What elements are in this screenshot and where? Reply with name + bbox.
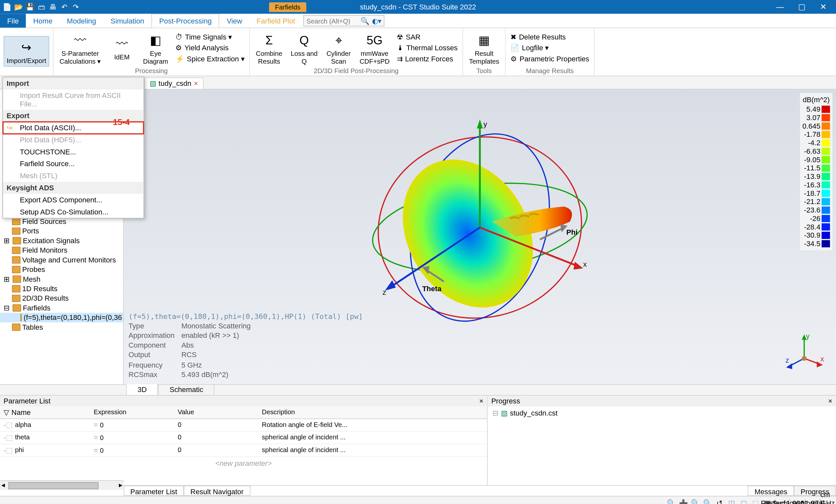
dropdown-item[interactable]: Farfield Source...	[3, 158, 144, 170]
expand-icon[interactable]: ⊞	[4, 275, 11, 283]
expand-icon[interactable]: ⊞	[4, 237, 11, 245]
svg-marker-8	[573, 262, 583, 270]
menu-home[interactable]: Home	[26, 14, 60, 27]
ribbon-spice-extraction-[interactable]: ⚡Spice Extraction ▾	[174, 54, 246, 63]
search-input[interactable]	[306, 17, 361, 24]
tab-parameter-list[interactable]: Parameter List	[124, 486, 184, 496]
tree-item[interactable]: Tables	[0, 323, 123, 332]
ribbon-parametric-properties[interactable]: ⚙Parametric Properties	[510, 54, 590, 63]
param-row[interactable]: -⬚alpha= 00Rotation angle of E-field Ve.…	[0, 419, 487, 432]
zoom-fit-icon[interactable]: 🔍	[666, 498, 676, 504]
menu-farfield-plot[interactable]: Farfield Plot	[249, 14, 302, 27]
folder-icon	[21, 314, 22, 321]
tab-3d[interactable]: 3D	[126, 384, 158, 395]
ribbon: ↪Import/Export〰S-Parameter Calculations …	[0, 28, 836, 76]
ribbon-loss-and[interactable]: QLoss and Q	[288, 30, 320, 66]
menu-view[interactable]: View	[220, 14, 249, 27]
ribbon-combine[interactable]: ΣCombine Results	[253, 30, 285, 66]
close-button[interactable]: ✕	[818, 2, 829, 12]
progress-item[interactable]: ⊟ ▧ study_csdn.cst	[488, 406, 836, 420]
ribbon-time-signals-[interactable]: ⏱Time Signals ▾	[174, 32, 246, 41]
search-box[interactable]: 🔍 ◐▾	[303, 15, 384, 26]
legend-row: -30.9	[802, 231, 830, 239]
document-tab[interactable]: ▧ tudy_csdn ×	[144, 77, 204, 89]
menu-post-processing[interactable]: Post-Processing	[152, 14, 220, 27]
ribbon-small-icon: ⚙	[510, 54, 517, 63]
tab-result-navigator[interactable]: Result Navigator	[184, 486, 250, 496]
tree-item[interactable]: Ports	[0, 226, 123, 236]
filter-icon[interactable]: ▽	[4, 408, 9, 417]
dropdown-item[interactable]: TOUCHSTONE...	[3, 146, 144, 158]
ribbon-result[interactable]: ▦Result Templates	[467, 30, 501, 66]
folder-icon	[13, 237, 21, 244]
menu-modeling[interactable]: Modeling	[60, 14, 103, 27]
ribbon-yield-analysis[interactable]: ⚙Yield Analysis	[174, 43, 246, 52]
ribbon-eye[interactable]: ◧Eye Diagram	[140, 30, 170, 66]
qat-undo-icon[interactable]: ↶	[59, 2, 69, 12]
dropdown-item[interactable]: Export ADS Component...	[3, 194, 144, 206]
zoom-in-icon[interactable]: ➕	[679, 498, 688, 504]
ribbon-sar[interactable]: ☢SAR	[396, 32, 459, 41]
ribbon-icon: 5G	[365, 31, 384, 50]
tree-item[interactable]: 2D/3D Results	[0, 293, 123, 303]
ribbon-idem[interactable]: 〰IdEM	[107, 33, 137, 62]
doc-close-icon[interactable]: ×	[194, 79, 198, 88]
reset-view-icon[interactable]: ↺	[715, 498, 724, 504]
tree-item[interactable]: Voltage and Current Monitors	[0, 255, 123, 265]
legend-row: -18.7	[802, 189, 830, 197]
tab-messages[interactable]: Messages	[748, 486, 794, 496]
tree-item[interactable]: ⊞Mesh	[0, 274, 123, 284]
tree-item[interactable]: Field Monitors	[0, 246, 123, 255]
ribbon-icon: Q	[294, 31, 314, 50]
normal-label: Normal	[808, 498, 817, 504]
view3d[interactable]: y x z Phi Theta (f=5),theta=(0,180,1),ph…	[124, 90, 836, 384]
minimize-button[interactable]: —	[775, 2, 785, 12]
tree-item[interactable]: ⊞Excitation Signals	[0, 236, 123, 246]
dropdown-item[interactable]: Setup ADS Co-Simulation...	[3, 206, 144, 218]
zoom-mode-icon[interactable]: 🔍	[691, 498, 700, 504]
ribbon-thermal-losses[interactable]: 🌡Thermal Losses	[396, 43, 459, 52]
import-export-dropdown[interactable]: ImportImport Result Curve from ASCII Fil…	[2, 77, 144, 218]
param-row[interactable]: -⬚phi= 00spherical angle of incident ...	[0, 444, 487, 457]
tree-item[interactable]: 1D Results	[0, 284, 123, 293]
qat-redo-icon[interactable]: ↷	[71, 2, 80, 12]
perspective-icon[interactable]: ◫	[727, 498, 736, 504]
menu-simulation[interactable]: Simulation	[103, 14, 151, 27]
ribbon-mmwave[interactable]: 5GmmWave CDF+sPD	[357, 30, 392, 66]
axis-gizmo[interactable]: y x z	[783, 331, 825, 373]
progress-panel-close-icon[interactable]: ×	[828, 397, 832, 405]
qat-open-icon[interactable]: 📂	[14, 2, 23, 12]
param-panel-close-icon[interactable]: ×	[479, 397, 483, 405]
qat-print-icon[interactable]: 🖶	[48, 2, 57, 12]
ribbon-lorentz-forces[interactable]: ⇉Lorentz Forces	[396, 54, 459, 63]
titlebar: 📄 📂 💾 🗃 🖶 ↶ ↷ Farfields study_csdn - CST…	[0, 0, 836, 14]
help-dropdown-icon[interactable]: ◐▾	[372, 17, 381, 25]
ribbon-logfile-[interactable]: 📄Logfile ▾	[510, 43, 590, 52]
expand-icon[interactable]: ⊟	[4, 304, 11, 312]
param-row[interactable]: -⬚theta= 00spherical angle of incident .…	[0, 431, 487, 444]
ribbon-s-parameter[interactable]: 〰S-Parameter Calculations ▾	[57, 30, 103, 66]
tree-item[interactable]: (f=5),theta=(0,180,1),phi=(0,36	[0, 313, 123, 322]
qat-saveall-icon[interactable]: 🗃	[37, 2, 46, 12]
zoom-area-icon[interactable]: 🔍	[703, 498, 712, 504]
tree-scrollbar[interactable]: ◂ ▸	[0, 480, 124, 490]
maximize-button[interactable]: ▢	[797, 2, 807, 12]
menu-file[interactable]: File	[0, 14, 26, 27]
scrollbar-thumb[interactable]	[8, 482, 99, 489]
tree-item[interactable]: Probes	[0, 265, 123, 274]
context-tab-farfields[interactable]: Farfields	[269, 2, 306, 12]
search-icon[interactable]: 🔍	[361, 17, 370, 25]
legend-row: -34.5	[802, 239, 830, 248]
ribbon-import-export[interactable]: ↪Import/Export	[4, 36, 49, 66]
ribbon-icon: ↪	[17, 38, 36, 57]
ribbon-cylinder[interactable]: ⌖Cylinder Scan	[324, 30, 354, 66]
tab-schematic[interactable]: Schematic	[158, 384, 214, 395]
cube-icon[interactable]: ⬚	[751, 498, 760, 504]
box-icon[interactable]: ▢	[739, 498, 748, 504]
annotation-label: 15-4	[113, 117, 130, 127]
qat-save-icon[interactable]: 💾	[25, 2, 35, 12]
qat-new-icon[interactable]: 📄	[2, 2, 12, 12]
new-parameter-row[interactable]: <new parameter>	[0, 457, 487, 470]
tree-item[interactable]: ⊟Farfields	[0, 303, 123, 313]
ribbon-delete-results[interactable]: ✖Delete Results	[510, 32, 590, 41]
